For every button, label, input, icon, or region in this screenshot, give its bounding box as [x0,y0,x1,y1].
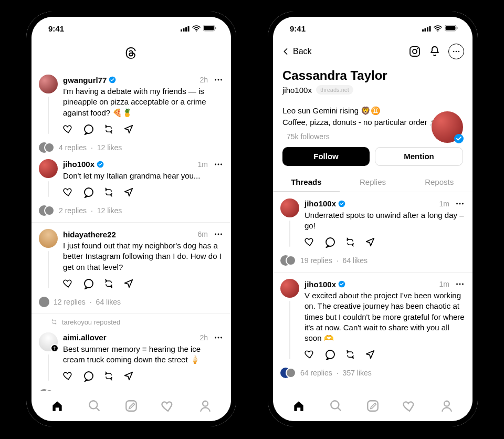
profile-post[interactable]: jiho100x 1m Underrated spots to unwind a… [273,192,472,254]
thread-line [48,97,49,134]
share-button[interactable] [123,278,134,289]
bottom-nav [32,391,231,421]
nav-activity[interactable] [155,394,181,417]
more-icon[interactable] [213,159,224,170]
like-button[interactable] [304,236,316,248]
repost-button[interactable] [344,236,356,248]
avatar[interactable] [39,159,58,178]
avatar[interactable] [280,279,299,298]
repost-button[interactable] [103,278,114,289]
profile-scroll[interactable]: Cassandra Taylor jiho100x threads.net Le… [273,63,472,391]
profile-icon [198,399,212,413]
profile-more-button[interactable] [448,44,464,59]
like-button[interactable] [63,370,75,382]
share-button[interactable] [123,186,134,198]
notifications-button[interactable] [428,45,441,58]
post-time: 6m [198,230,208,238]
post-username[interactable]: jiho100x [304,199,336,208]
repost-icon [103,123,114,135]
mini-avatar [277,135,279,138]
tab-replies[interactable]: Replies [340,172,406,192]
post-username[interactable]: jiho100x [304,280,336,289]
reply-button[interactable] [83,278,94,289]
likes-count: 12 likes [97,143,122,152]
like-button[interactable] [63,278,75,289]
post-meta[interactable]: 19 replies · 64 likes [273,253,472,272]
profile-name: Cassandra Taylor [282,68,463,83]
avatar[interactable] [39,229,58,248]
post-meta[interactable]: 12 replies · 64 likes [32,295,231,313]
like-button[interactable] [304,349,316,360]
back-button[interactable]: Back [281,47,312,56]
more-icon[interactable] [455,279,465,289]
nav-search[interactable] [82,394,107,417]
mention-button[interactable]: Mention [375,147,463,166]
nav-compose[interactable] [360,394,385,417]
more-icon[interactable] [213,75,224,85]
nav-home[interactable] [286,394,311,417]
nav-profile[interactable] [193,394,218,417]
avatar[interactable] [39,75,58,93]
nav-home[interactable] [45,394,70,417]
post-meta[interactable]: 2 replies · 12 likes [32,203,231,222]
repost-button[interactable] [103,370,114,382]
repost-button[interactable] [103,123,114,135]
avatar[interactable]: + [39,332,58,351]
open-instagram-button[interactable] [408,45,421,58]
feed-post[interactable]: hidayathere22 6m I just found out that m… [32,223,231,295]
post-time: 2h [200,333,208,342]
nav-activity[interactable] [397,394,422,417]
more-icon[interactable] [213,332,224,343]
reply-button[interactable] [83,123,94,135]
follow-button[interactable]: Follow [282,147,370,166]
repost-button[interactable] [344,349,356,360]
post-meta[interactable]: 64 replies · 357 likes [273,365,472,384]
post-meta[interactable]: 2 replies · 12 likes [32,387,231,391]
compose-icon [124,399,138,413]
chevron-left-icon [281,47,291,56]
mini-avatar [286,368,296,378]
verified-badge-icon [97,161,104,168]
post-time: 2h [200,76,208,84]
repost-icon [50,318,58,326]
nav-search[interactable] [323,394,349,417]
reply-button[interactable] [324,349,336,360]
reply-button[interactable] [324,236,336,248]
nav-profile[interactable] [434,394,459,417]
feed-post[interactable]: + aimi.allover 2h Best summer memory = h… [32,326,231,388]
thread-line [48,181,49,197]
avatar[interactable] [280,198,299,217]
bell-icon [428,45,441,58]
domain-pill[interactable]: threads.net [316,85,353,95]
share-button[interactable] [123,370,134,382]
feed-post[interactable]: jiho100x 1m Don't let my Italian grandma… [32,159,231,203]
tab-reposts[interactable]: Reposts [406,172,472,192]
post-username[interactable]: hidayathere22 [63,230,116,239]
feed-post[interactable]: gwangurl77 2h I'm having a debate with m… [32,68,231,140]
profile-avatar[interactable] [432,111,463,143]
profile-post[interactable]: jiho100x 1m V excited about the project … [273,273,472,365]
more-icon[interactable] [455,198,465,209]
verified-badge-icon [454,133,464,144]
feed-scroll[interactable]: gwangurl77 2h I'm having a debate with m… [32,68,231,391]
repost-button[interactable] [103,186,114,198]
follow-plus-icon[interactable]: + [50,344,59,352]
post-username[interactable]: aimi.allover [63,333,107,342]
more-icon[interactable] [213,229,224,239]
reply-button[interactable] [83,186,94,198]
share-button[interactable] [123,123,134,135]
like-button[interactable] [63,123,75,135]
post-username[interactable]: gwangurl77 [63,76,107,85]
reply-button[interactable] [83,370,94,382]
phone-feed: 9:41 [26,12,236,426]
post-username[interactable]: jiho100x [63,160,94,169]
nav-compose[interactable] [119,394,144,417]
share-button[interactable] [364,349,376,360]
tab-threads[interactable]: Threads [273,172,340,192]
share-button[interactable] [364,236,376,248]
instagram-icon [408,45,421,58]
like-button[interactable] [63,186,75,198]
signal-icon [181,25,190,32]
post-meta[interactable]: 4 replies · 12 likes [32,140,231,159]
status-bar: 9:41 [273,17,472,40]
